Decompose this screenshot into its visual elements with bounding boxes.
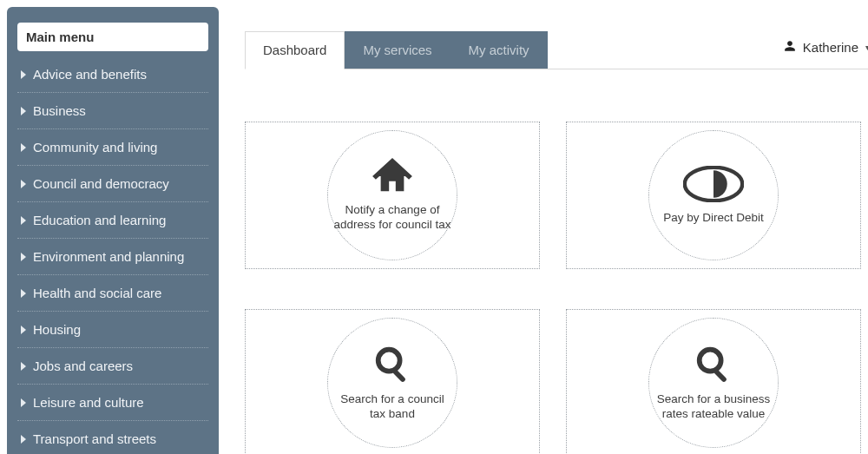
tile-circle: Notify a change of address for council t…: [327, 130, 457, 260]
sidebar-item-label: Community and living: [33, 140, 157, 155]
chevron-right-icon: [19, 398, 28, 407]
chevron-right-icon: [19, 326, 28, 334]
sidebar-item-label: Council and democracy: [33, 176, 169, 191]
sidebar-item-transport-and-streets[interactable]: Transport and streets: [17, 421, 208, 454]
tab-my-services[interactable]: My services: [345, 31, 450, 69]
chevron-right-icon: [19, 362, 28, 371]
tile-circle: Search for a council tax band: [327, 318, 457, 448]
sidebar-item-business[interactable]: Business: [17, 93, 208, 129]
user-name: Katherine: [803, 40, 858, 55]
user-icon: [784, 40, 796, 55]
sidebar-item-housing[interactable]: Housing: [17, 312, 208, 348]
tile-label: Search for a council tax band: [333, 392, 451, 422]
sidebar-item-leisure-and-culture[interactable]: Leisure and culture: [17, 385, 208, 421]
tile-label: Notify a change of address for council t…: [333, 203, 451, 233]
search-icon: [372, 344, 412, 387]
svg-rect-2: [392, 369, 406, 383]
tile-label: Pay by Direct Debit: [663, 211, 764, 226]
sidebar-item-environment-and-planning[interactable]: Environment and planning: [17, 239, 208, 275]
tab-dashboard[interactable]: Dashboard: [245, 31, 345, 69]
sidebar-item-label: Jobs and careers: [33, 359, 133, 373]
main-menu-heading: Main menu: [17, 23, 208, 51]
dashboard-tiles: Notify a change of address for council t…: [245, 122, 868, 454]
chevron-right-icon: [19, 289, 28, 298]
sidebar-item-council-and-democracy[interactable]: Council and democracy: [17, 166, 208, 202]
sidebar-item-label: Leisure and culture: [33, 395, 144, 410]
tile-label: Search for a business rates rateable val…: [654, 392, 773, 422]
tile-pay-by-direct-debit[interactable]: Pay by Direct Debit: [566, 122, 861, 269]
svg-point-3: [700, 350, 721, 372]
tile-circle: Search for a business rates rateable val…: [648, 318, 779, 448]
sidebar-item-label: Environment and planning: [33, 249, 184, 264]
chevron-right-icon: [19, 143, 28, 152]
direct-debit-icon: [683, 166, 744, 206]
tab-my-activity[interactable]: My activity: [450, 31, 548, 69]
chevron-right-icon: [19, 180, 28, 188]
svg-rect-4: [713, 369, 727, 383]
tile-notify-change-of-address[interactable]: Notify a change of address for council t…: [245, 122, 540, 269]
sidebar-item-label: Business: [33, 103, 86, 118]
svg-point-1: [378, 350, 400, 372]
sidebar-item-label: Transport and streets: [33, 431, 156, 446]
sidebar-item-health-and-social-care[interactable]: Health and social care: [17, 275, 208, 312]
sidebar-item-label: Housing: [33, 322, 81, 337]
sidebar-item-label: Education and learning: [33, 213, 166, 227]
sidebar-item-label: Health and social care: [33, 286, 161, 300]
sidebar-item-education-and-learning[interactable]: Education and learning: [17, 202, 208, 239]
tile-search-council-tax-band[interactable]: Search for a council tax band: [245, 309, 540, 454]
chevron-right-icon: [19, 70, 28, 79]
main-content: Dashboard My services My activity Kather…: [219, 0, 868, 454]
search-icon: [694, 344, 733, 387]
user-menu[interactable]: Katherine ▾: [784, 40, 868, 55]
tile-circle: Pay by Direct Debit: [648, 130, 779, 260]
chevron-right-icon: [19, 216, 28, 225]
sidebar-item-advice-and-benefits[interactable]: Advice and benefits: [17, 56, 208, 93]
chevron-right-icon: [19, 107, 28, 115]
chevron-right-icon: [19, 253, 28, 261]
sidebar-item-label: Advice and benefits: [33, 67, 147, 82]
sidebar: Main menu Advice and benefits Business C…: [7, 7, 219, 454]
sidebar-item-community-and-living[interactable]: Community and living: [17, 129, 208, 166]
sidebar-item-jobs-and-careers[interactable]: Jobs and careers: [17, 348, 208, 385]
tab-bar: Dashboard My services My activity Kather…: [245, 31, 868, 69]
house-icon: [372, 158, 412, 198]
chevron-right-icon: [19, 435, 28, 444]
tile-search-business-rates[interactable]: Search for a business rates rateable val…: [566, 309, 861, 454]
